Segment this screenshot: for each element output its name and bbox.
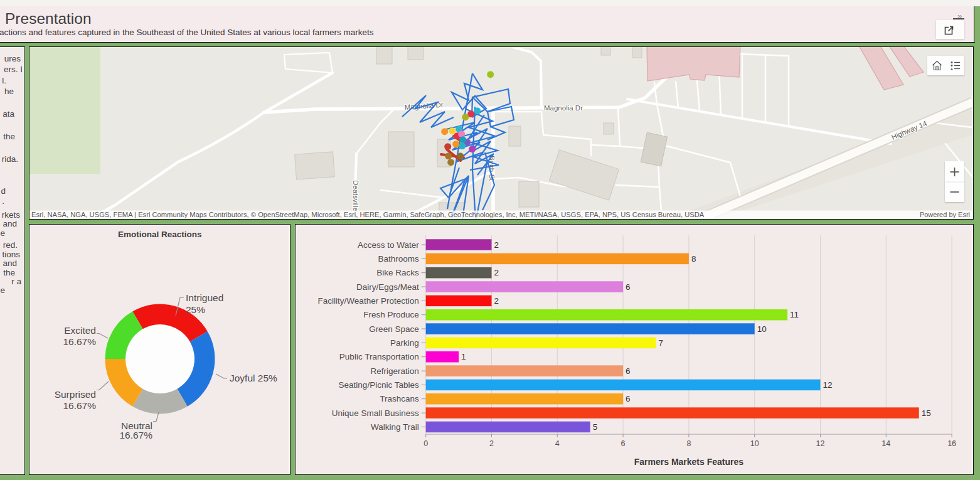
svg-text:10: 10 (757, 324, 767, 334)
svg-text:15: 15 (922, 408, 931, 418)
svg-text:Excited: Excited (64, 325, 96, 336)
svg-text:Magnolia Dr: Magnolia Dr (544, 104, 583, 112)
svg-text:16.67%: 16.67% (119, 430, 152, 440)
svg-text:Unique Small Business: Unique Small Business (332, 408, 419, 418)
svg-text:6: 6 (621, 439, 626, 448)
svg-text:7: 7 (659, 338, 664, 348)
svg-text:10: 10 (750, 439, 759, 448)
svg-text:Deatsville: Deatsville (352, 180, 360, 211)
svg-text:0: 0 (424, 439, 429, 448)
svg-text:4: 4 (555, 439, 560, 448)
svg-text:Surprised: Surprised (55, 389, 96, 400)
svg-text:Walking Trail: Walking Trail (371, 422, 419, 432)
svg-text:Intrigued: Intrigued (186, 292, 223, 303)
svg-text:2: 2 (494, 240, 499, 250)
svg-text:Access to Water: Access to Water (358, 240, 419, 250)
svg-text:16.67%: 16.67% (63, 400, 96, 411)
svg-text:11: 11 (790, 311, 799, 320)
svg-text:5: 5 (593, 422, 598, 432)
svg-text:6: 6 (626, 282, 631, 292)
svg-text:12: 12 (816, 439, 825, 448)
svg-text:Fresh Produce: Fresh Produce (363, 311, 419, 320)
svg-text:2: 2 (494, 269, 499, 278)
svg-text:8: 8 (687, 439, 691, 448)
svg-text:6: 6 (626, 395, 631, 404)
svg-text:16: 16 (947, 439, 956, 448)
svg-text:Bike Racks: Bike Racks (376, 269, 419, 278)
svg-text:Parking: Parking (390, 338, 419, 348)
svg-text:Facility/Weather Protection: Facility/Weather Protection (318, 296, 419, 306)
svg-text:Esri, NASA, NGA, USGS, FEMA |: Esri, NASA, NGA, USGS, FEMA | Esri Commu… (31, 211, 705, 218)
svg-text:Joyful 25%: Joyful 25% (230, 373, 277, 383)
svg-text:Public Transportation: Public Transportation (339, 353, 419, 362)
svg-text:Bathrooms: Bathrooms (378, 254, 420, 264)
svg-text:16.67%: 16.67% (63, 336, 96, 347)
svg-text:6: 6 (626, 366, 631, 376)
svg-text:8: 8 (691, 254, 696, 264)
svg-text:Farmers Markets Features: Farmers Markets Features (634, 457, 744, 467)
svg-text:12: 12 (823, 380, 833, 390)
svg-text:14: 14 (882, 439, 891, 448)
svg-text:Refrigeration: Refrigeration (371, 366, 419, 376)
svg-text:25%: 25% (186, 304, 205, 315)
svg-text:Trashcans: Trashcans (380, 395, 419, 404)
svg-text:Seating/Picnic Tables: Seating/Picnic Tables (339, 380, 419, 390)
svg-text:1: 1 (461, 353, 466, 362)
svg-text:Green Space: Green Space (369, 324, 419, 334)
svg-text:2: 2 (489, 439, 494, 448)
svg-text:Dairy/Eggs/Meat: Dairy/Eggs/Meat (356, 282, 419, 292)
svg-text:2: 2 (494, 296, 499, 306)
svg-text:Powered by Esri: Powered by Esri (920, 211, 970, 218)
